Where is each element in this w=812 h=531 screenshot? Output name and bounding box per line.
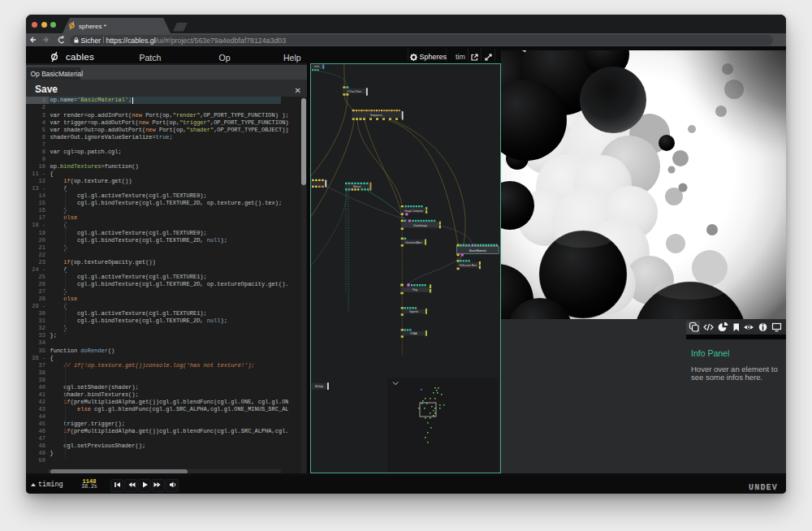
svg-text:DrawImage: DrawImage: [413, 224, 427, 227]
svg-text:Image Compose: Image Compose: [404, 209, 423, 213]
svg-text:Multiply: Multiply: [315, 385, 324, 388]
svg-text:Mouse: Mouse: [353, 185, 361, 188]
svg-text:Sequence: Sequence: [370, 114, 382, 117]
svg-text:check: check: [314, 65, 320, 68]
svg-text:BasicMaterial: BasicMaterial: [469, 249, 486, 253]
svg-text:ChromaticAberr: ChromaticAberr: [405, 241, 422, 244]
svg-text:Fog: Fog: [412, 288, 417, 291]
svg-text:FXAA: FXAA: [411, 332, 418, 335]
svg-text:Vignette: Vignette: [409, 310, 419, 313]
svg-text:Fullscreen Rect.: Fullscreen Rect.: [460, 264, 477, 267]
svg-text:If True Then: If True Then: [348, 90, 361, 93]
